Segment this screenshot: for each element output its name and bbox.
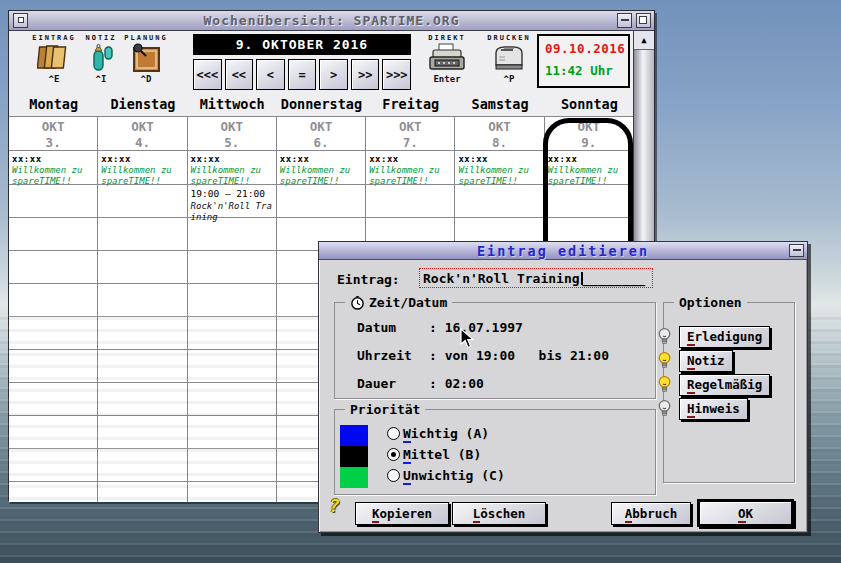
radio-button[interactable]: [387, 469, 400, 482]
radio-wichtig[interactable]: Wichtig (A): [387, 423, 505, 444]
nav-prev-year-button[interactable]: <<<: [193, 59, 222, 90]
prioritaet-group: Priorität Wichtig (A) Mittel (B) Unwicht…: [334, 409, 656, 495]
nav-next-month-button[interactable]: >>: [351, 59, 380, 90]
desktop: Wochenübersicht: SPARTIME.ORG EINTRAG ^E: [0, 0, 841, 563]
calendar-entry[interactable]: xx:xx Willkommen zu spareTIME!!: [455, 152, 543, 187]
option-row-regelmaessig: Regelmäßig: [664, 373, 794, 396]
radio-button[interactable]: [387, 427, 400, 440]
tool-planung[interactable]: PLANUNG ^D: [111, 34, 181, 84]
toaster-printer-icon: [477, 42, 541, 74]
nav-today-button[interactable]: =: [288, 59, 317, 90]
lightbulb-icon: [657, 375, 672, 394]
dialog-title: Eintrag editieren: [319, 243, 807, 259]
weekday-montag: Montag: [9, 94, 98, 116]
weekday-mittwoch: Mittwoch: [188, 94, 277, 116]
ok-button[interactable]: OK: [697, 499, 794, 527]
day-column-montag[interactable]: OKT3. xx:xx Willkommen zu spareTIME!!: [9, 117, 98, 502]
day-column-dienstag[interactable]: OKT4. xx:xx Willkommen zu spareTIME!!: [98, 117, 187, 502]
date-header: OKT8.: [455, 117, 543, 151]
clock-icon: [350, 295, 365, 310]
priority-color-scale: [340, 425, 368, 488]
weekday-samstag: Samstag: [455, 94, 544, 116]
board-magnifier-icon: [111, 42, 181, 74]
priority-color-c: [340, 467, 368, 488]
current-date: 09.10.2016: [545, 41, 628, 56]
datetime-display: 09.10.2016 11:42 Uhr: [537, 34, 630, 88]
notiz-button[interactable]: Notiz: [679, 350, 733, 372]
zeit-datum-group: Zeit/Datum Datum: 16.07.1997 Uhrzeit: vo…: [334, 302, 656, 399]
radio-button[interactable]: [387, 448, 400, 461]
optionen-group: Optionen Erledigung: [663, 302, 795, 483]
current-time: 11:42 Uhr: [545, 63, 628, 78]
regelmaessig-button[interactable]: Regelmäßig: [679, 374, 770, 396]
erledigung-button[interactable]: Erledigung: [679, 326, 770, 348]
priority-color-a: [340, 425, 368, 446]
day-cells[interactable]: xx:xx Willkommen zu spareTIME!!: [9, 152, 97, 502]
hinweis-button[interactable]: Hinweis: [679, 398, 748, 420]
calendar-entry[interactable]: xx:xx Willkommen zu spareTIME!!: [545, 152, 633, 187]
dialog-iconify-box[interactable]: [789, 244, 804, 257]
loeschen-button[interactable]: Löschen: [452, 502, 546, 525]
option-row-notiz: Notiz: [664, 349, 794, 372]
date-header: OKT5.: [188, 117, 276, 151]
prioritaet-legend: Priorität: [350, 402, 420, 417]
optionen-legend: Optionen: [679, 295, 742, 310]
weekday-freitag: Freitag: [366, 94, 455, 116]
option-row-erledigung: Erledigung: [664, 325, 794, 348]
scroll-up-icon: ▲: [641, 35, 646, 45]
day-cells[interactable]: xx:xx Willkommen zu spareTIME!! 19:00 — …: [188, 152, 276, 502]
radio-mittel[interactable]: Mittel (B): [387, 444, 505, 465]
kopieren-button[interactable]: Kopieren: [355, 502, 449, 525]
datum-row: Datum: 16.07.1997: [357, 320, 655, 335]
date-header: OKT7.: [366, 117, 454, 151]
calendar-titlebar[interactable]: Wochenübersicht: SPARTIME.ORG: [9, 11, 654, 31]
day-cells[interactable]: xx:xx Willkommen zu spareTIME!!: [98, 152, 186, 502]
weekday-header-row: Montag Dienstag Mittwoch Donnerstag Frei…: [9, 94, 634, 116]
lightbulb-icon: [657, 351, 672, 370]
calendar-entry[interactable]: xx:xx Willkommen zu spareTIME!!: [9, 152, 97, 187]
date-header: OKT9.: [545, 117, 633, 151]
help-icon[interactable]: ?: [329, 495, 340, 516]
lightbulb-icon: [657, 399, 672, 418]
weekday-sonntag: Sonntag: [545, 94, 634, 116]
calendar-window-title: Wochenübersicht: SPARTIME.ORG: [9, 13, 654, 28]
entry-title-input[interactable]: Rock'n'Roll Training________: [419, 268, 653, 288]
date-header: OKT3.: [9, 117, 97, 151]
lightbulb-icon: [657, 327, 672, 346]
fuller-box[interactable]: [636, 13, 651, 28]
date-header: OKT4.: [98, 117, 186, 151]
calendar-entry[interactable]: xx:xx Willkommen zu spareTIME!!: [98, 152, 186, 187]
nav-prev-week-button[interactable]: <: [256, 59, 285, 90]
nav-next-year-button[interactable]: >>>: [382, 59, 411, 90]
tool-drucken[interactable]: DRUCKEN ^P: [477, 34, 541, 84]
calendar-entry[interactable]: xx:xx Willkommen zu spareTIME!!: [277, 152, 365, 187]
scroll-up-button[interactable]: ▲: [634, 31, 654, 50]
toolbar: EINTRAG ^E NOTIZ: [9, 31, 634, 94]
nav-prev-month-button[interactable]: <<: [225, 59, 254, 90]
date-header: OKT6.: [277, 117, 365, 151]
zeit-datum-legend: Zeit/Datum: [369, 295, 447, 310]
radio-unwichtig[interactable]: Unwichtig (C): [387, 465, 505, 486]
edit-entry-dialog: Eintrag editieren Eintrag: Rock'n'Roll T…: [318, 241, 808, 533]
uhrzeit-row: Uhrzeit: von 19:00 bis 21:00: [357, 348, 655, 363]
entry-label: Eintrag:: [337, 272, 400, 287]
priority-color-b: [340, 446, 368, 467]
tool-direkt[interactable]: DIREKT Enter: [415, 34, 479, 84]
week-navigation: <<< << < = > >> >>>: [193, 59, 411, 90]
dauer-row: Dauer: 02:00: [357, 376, 655, 391]
calendar-entry[interactable]: xx:xx Willkommen zu spareTIME!!: [188, 152, 276, 187]
weekday-dienstag: Dienstag: [98, 94, 187, 116]
iconify-box[interactable]: [617, 13, 632, 28]
weekday-donnerstag: Donnerstag: [277, 94, 366, 116]
dialog-titlebar[interactable]: Eintrag editieren: [319, 242, 807, 260]
nav-next-week-button[interactable]: >: [319, 59, 348, 90]
calendar-entry[interactable]: xx:xx Willkommen zu spareTIME!!: [366, 152, 454, 187]
option-row-hinweis: Hinweis: [664, 397, 794, 420]
abbruch-button[interactable]: Abbruch: [611, 502, 691, 525]
current-date-banner: 9. OKTOBER 2016: [193, 34, 411, 55]
calendar-event-rocknroll[interactable]: 19:00 — 21:00 Rock'n'Roll Training: [188, 185, 276, 224]
typewriter-icon: [415, 42, 479, 74]
day-column-mittwoch[interactable]: OKT5. xx:xx Willkommen zu spareTIME!! 19…: [188, 117, 277, 502]
